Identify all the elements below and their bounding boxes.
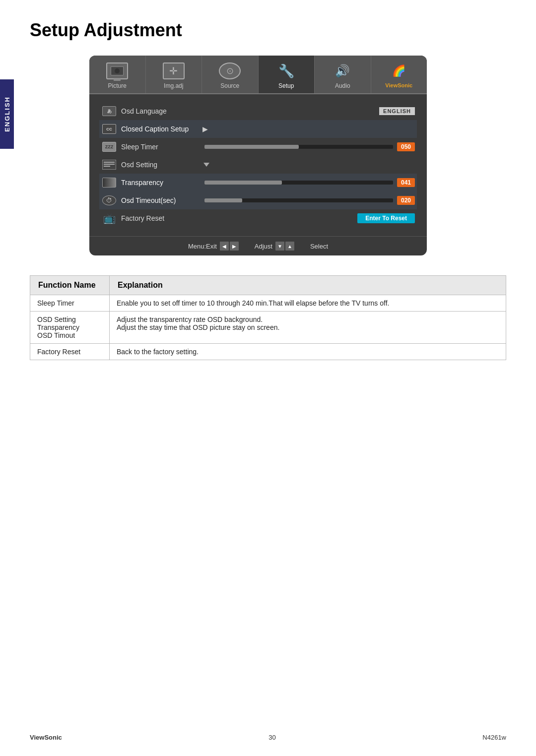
menu-row-sleep-timer[interactable]: ZZZ Sleep Timer 050 (99, 138, 417, 156)
footer-page: 30 (268, 734, 275, 741)
adjust-item: Adjust ▼ ▲ (255, 242, 294, 251)
menu-row-factory-reset[interactable]: 📺 Factory Reset Enter To Reset (99, 209, 417, 227)
nav-item-audio[interactable]: 🔊 Audio (315, 56, 371, 93)
table-cell-osd-names: OSD SettingTransparencyOSD Timout (30, 312, 110, 344)
sleep-timer-icon: ZZZ (101, 141, 117, 153)
nav-label-imgadj: Img.adj (164, 82, 183, 89)
menu-row-closed-caption[interactable]: CC Closed Caption Setup ▶ (99, 120, 417, 138)
osd-language-icon: あ (101, 105, 117, 117)
transparency-fill (204, 181, 282, 185)
table-row-osd-settings: OSD SettingTransparencyOSD Timout Adjust… (30, 312, 506, 344)
sleep-timer-label: Sleep Timer (121, 143, 201, 151)
picture-icon (105, 62, 129, 80)
transparency-label: Transparency (121, 179, 201, 187)
menu-row-osd-timeout[interactable]: ⏱ Osd Timeout(sec) 020 (99, 191, 417, 209)
transparency-icon (101, 177, 117, 189)
nav-label-picture: Picture (108, 82, 127, 89)
nav-arrows-adjust: ▼ ▲ (275, 242, 294, 251)
table-cell-osd-explanations: Adjust the transparentcy rate OSD backgr… (110, 312, 506, 344)
select-item: Select (310, 243, 328, 250)
nav-label-source: Source (220, 82, 239, 89)
left-arrow-icon: ◀ (220, 242, 229, 251)
table-row-factory-reset: Factory Reset Back to the factory settin… (30, 344, 506, 360)
table-cell-factory-reset-explanation: Back to the factory setting. (110, 344, 506, 360)
osd-timeout-value: 020 (397, 196, 415, 205)
select-label: Select (310, 243, 328, 250)
menu-exit-item: Menu:Exit ◀ ▶ (188, 242, 239, 251)
reference-table: Function Name Explanation Sleep Timer En… (30, 275, 506, 360)
osd-timeout-label: Osd Timeout(sec) (121, 196, 201, 204)
footer: ViewSonic 30 N4261w (30, 734, 506, 741)
osd-language-label: Osd Language (121, 107, 201, 115)
closed-caption-arrow: ▶ (202, 125, 208, 133)
right-arrow-icon: ▶ (230, 242, 239, 251)
osd-timeout-icon: ⏱ (101, 194, 117, 206)
sleep-timer-fill (204, 145, 299, 149)
bottom-bar: Menu:Exit ◀ ▶ Adjust ▼ ▲ Select (89, 236, 427, 255)
factory-reset-button[interactable]: Enter To Reset (357, 213, 415, 223)
footer-model: N4261w (482, 734, 506, 741)
viewsonic-icon: 🌈 (387, 62, 411, 80)
menu-row-osd-setting[interactable]: Osd Setting (99, 156, 417, 174)
sleep-timer-bar (204, 145, 393, 149)
transparency-bar (204, 181, 393, 185)
osd-timeout-fill (204, 198, 242, 202)
osd-timeout-bar (204, 198, 393, 202)
sleep-timer-value: 050 (397, 142, 415, 151)
setup-icon: 🔧 (274, 62, 298, 80)
nav-arrows-exit: ◀ ▶ (220, 242, 239, 251)
table-cell-sleep-timer-explanation: Enable you to set off timer to 10 throug… (110, 295, 506, 312)
factory-reset-icon: 📺 (101, 212, 117, 224)
menu-row-transparency[interactable]: Transparency 041 (99, 174, 417, 191)
nav-label-viewsonic: ViewSonic (385, 82, 412, 88)
transparency-value: 041 (397, 178, 415, 187)
nav-bar: Picture ✛ Img.adj ⊙ Source 🔧 (89, 56, 427, 94)
closed-caption-label: Closed Caption Setup (121, 125, 201, 133)
nav-item-viewsonic[interactable]: 🌈 ViewSonic (371, 56, 427, 93)
source-icon: ⊙ (218, 62, 242, 80)
table-header-function: Function Name (30, 276, 110, 295)
osd-language-value: ENGLISH (379, 107, 415, 115)
nav-item-setup[interactable]: 🔧 Setup (259, 56, 315, 93)
closed-caption-icon: CC (101, 123, 117, 135)
table-cell-factory-reset-name: Factory Reset (30, 344, 110, 360)
menu-row-osd-language[interactable]: あ Osd Language ENGLISH (99, 102, 417, 120)
up-arrow-icon: ▲ (285, 242, 294, 251)
footer-brand: ViewSonic (30, 734, 62, 741)
adjust-label: Adjust (255, 243, 272, 250)
menu-area: あ Osd Language ENGLISH CC Closed Caption… (89, 94, 427, 232)
side-language-tab: ENGLISH (0, 79, 14, 149)
side-language-label: ENGLISH (3, 96, 11, 132)
imgadj-icon: ✛ (162, 62, 186, 80)
table-header-explanation: Explanation (110, 276, 506, 295)
nav-item-imgadj[interactable]: ✛ Img.adj (146, 56, 202, 93)
menu-exit-label: Menu:Exit (188, 243, 217, 250)
nav-label-audio: Audio (335, 82, 350, 89)
down-arrow-icon: ▼ (275, 242, 284, 251)
osd-setting-icon (101, 159, 117, 171)
nav-item-picture[interactable]: Picture (89, 56, 146, 93)
table-cell-sleep-timer-name: Sleep Timer (30, 295, 110, 312)
page-title: Setup Adjustment (30, 20, 506, 41)
osd-setting-dropdown (203, 163, 209, 167)
nav-label-setup: Setup (278, 82, 294, 89)
osd-screen: Picture ✛ Img.adj ⊙ Source 🔧 (89, 56, 427, 255)
factory-reset-label: Factory Reset (121, 214, 201, 222)
audio-icon: 🔊 (331, 62, 354, 80)
table-row-sleep-timer: Sleep Timer Enable you to set off timer … (30, 295, 506, 312)
nav-item-source[interactable]: ⊙ Source (202, 56, 259, 93)
osd-setting-label: Osd Setting (121, 161, 201, 169)
